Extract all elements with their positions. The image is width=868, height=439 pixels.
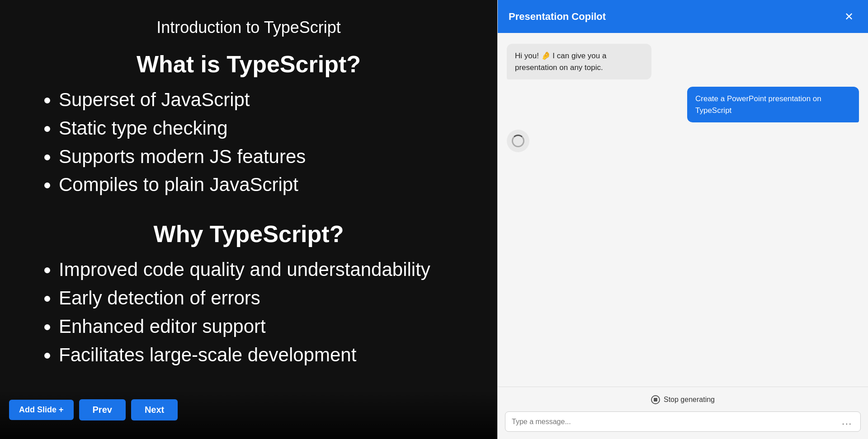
bot-message-1-text: Hi you! 🤌 I can give you a presentation …	[515, 51, 606, 72]
spinner-icon	[512, 135, 524, 147]
copilot-header: Presentation Copilot ✕	[498, 0, 868, 33]
message-input[interactable]	[512, 418, 840, 426]
section1-heading: What is TypeScript?	[27, 51, 470, 78]
stop-icon	[651, 395, 660, 404]
copilot-panel: Presentation Copilot ✕ Hi you! 🤌 I can g…	[497, 0, 868, 439]
prev-button[interactable]: Prev	[79, 399, 126, 420]
section2-heading: Why TypeScript?	[27, 220, 470, 248]
copilot-title: Presentation Copilot	[509, 11, 606, 23]
list-item: Superset of JavaScript	[59, 87, 470, 113]
stop-icon-inner	[654, 398, 657, 402]
bot-message-1: Hi you! 🤌 I can give you a presentation …	[507, 44, 651, 79]
section1-bullets: Superset of JavaScript Static type check…	[27, 87, 470, 200]
stop-generating-row: Stop generating	[505, 392, 861, 407]
user-message-1-text: Create a PowerPoint presentation on Type…	[695, 94, 821, 115]
stop-generating-label: Stop generating	[664, 396, 715, 404]
user-message-1: Create a PowerPoint presentation on Type…	[687, 87, 859, 122]
list-item: Supports modern JS features	[59, 144, 470, 170]
loading-indicator	[507, 130, 529, 152]
copilot-footer: Stop generating ...	[498, 387, 868, 439]
list-item: Enhanced editor support	[59, 313, 470, 340]
list-item: Early detection of errors	[59, 285, 470, 312]
more-options-button[interactable]: ...	[840, 416, 854, 427]
slide-title: Introduction to TypeScript	[27, 18, 470, 37]
stop-generating-button[interactable]: Stop generating	[646, 392, 719, 407]
copilot-close-button[interactable]: ✕	[841, 9, 857, 24]
next-button[interactable]: Next	[131, 399, 178, 420]
slide-bottom-bar: Add Slide + Prev Next	[0, 389, 497, 439]
list-item: Static type checking	[59, 115, 470, 142]
list-item: Improved code quality and understandabil…	[59, 257, 470, 283]
input-row: ...	[505, 411, 861, 432]
list-item: Facilitates large-scale development	[59, 342, 470, 369]
slide-panel: Introduction to TypeScript What is TypeS…	[0, 0, 497, 439]
add-slide-button[interactable]: Add Slide +	[9, 400, 74, 420]
list-item: Compiles to plain JavaScript	[59, 172, 470, 198]
section2-bullets: Improved code quality and understandabil…	[27, 257, 470, 370]
copilot-messages: Hi you! 🤌 I can give you a presentation …	[498, 33, 868, 387]
